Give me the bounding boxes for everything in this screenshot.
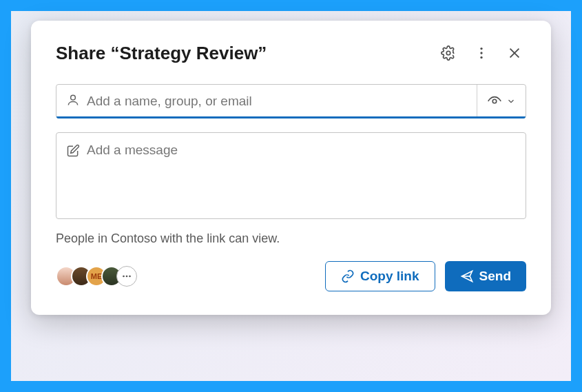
- send-label: Send: [479, 269, 511, 284]
- svg-point-7: [492, 99, 497, 103]
- avatar-overflow[interactable]: [116, 266, 137, 287]
- permission-dropdown[interactable]: [477, 85, 526, 118]
- more-button[interactable]: [470, 41, 493, 65]
- copy-link-label: Copy link: [360, 269, 419, 284]
- ellipsis-icon: [121, 270, 133, 282]
- edit-icon: [66, 144, 80, 209]
- person-icon: [66, 93, 80, 110]
- eye-icon: [487, 94, 502, 109]
- recipient-main: [56, 85, 477, 118]
- shared-with-avatars[interactable]: ME: [56, 266, 315, 287]
- message-field[interactable]: [56, 132, 526, 219]
- send-button[interactable]: Send: [445, 261, 526, 291]
- more-vertical-icon: [474, 45, 489, 61]
- svg-point-3: [480, 56, 482, 59]
- dialog-title: Share “Strategy Review”: [56, 43, 427, 64]
- gear-icon: [441, 45, 456, 61]
- svg-point-1: [480, 48, 482, 50]
- header-row: Share “Strategy Review”: [56, 41, 526, 65]
- recipient-field[interactable]: [56, 84, 526, 118]
- share-dialog: Share “Strategy Review”: [31, 21, 551, 315]
- copy-link-button[interactable]: Copy link: [325, 261, 435, 291]
- chevron-down-icon: [506, 96, 516, 106]
- send-icon: [460, 269, 474, 283]
- permission-text: People in Contoso with the link can view…: [56, 231, 526, 246]
- footer-row: ME Copy link Send: [56, 261, 526, 291]
- close-icon: [507, 45, 522, 61]
- settings-button[interactable]: [437, 41, 460, 65]
- svg-point-9: [126, 276, 128, 278]
- svg-point-6: [71, 95, 76, 100]
- svg-point-8: [123, 276, 125, 278]
- svg-point-2: [480, 52, 482, 54]
- link-icon: [341, 269, 355, 283]
- message-input[interactable]: [87, 143, 516, 209]
- svg-point-10: [129, 276, 131, 278]
- svg-point-0: [446, 51, 450, 55]
- recipient-input[interactable]: [87, 94, 467, 109]
- close-button[interactable]: [503, 41, 526, 65]
